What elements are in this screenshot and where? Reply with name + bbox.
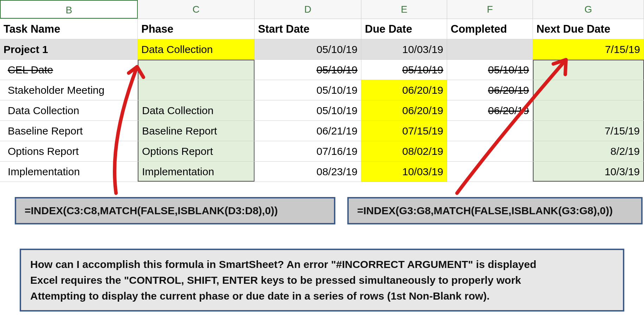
table-row: ImplementationImplementation08/23/1910/0… (0, 162, 644, 182)
cell-phase[interactable]: Options Report (138, 141, 255, 161)
project-next[interactable]: 7/15/19 (533, 39, 644, 59)
table-row: CEL Date05/10/1905/10/1905/10/19 (0, 60, 644, 80)
column-header-row: B C D E F G (0, 0, 644, 19)
cell-start[interactable]: 07/16/19 (255, 141, 361, 161)
project-completed[interactable] (447, 39, 533, 59)
col-header-e[interactable]: E (361, 0, 447, 19)
cell-next[interactable] (533, 60, 644, 80)
formula-right: =INDEX(G3:G8,MATCH(FALSE,ISBLANK(G3:G8),… (347, 197, 643, 224)
cell-completed[interactable] (447, 162, 533, 182)
question-line1: How can I accomplish this formula in Sma… (30, 256, 614, 272)
cell-start[interactable]: 08/23/19 (255, 162, 361, 182)
project-due[interactable]: 10/03/19 (361, 39, 447, 59)
col-header-f[interactable]: F (447, 0, 533, 19)
cell-start[interactable]: 05/10/19 (255, 60, 361, 80)
project-summary-row: Project 1 Data Collection 05/10/19 10/03… (0, 39, 644, 60)
question-line3: Attempting to display the current phase … (30, 288, 614, 304)
cell-start[interactable]: 05/10/19 (255, 100, 361, 120)
formula-left: =INDEX(C3:C8,MATCH(FALSE,ISBLANK(D3:D8),… (15, 197, 335, 224)
project-phase[interactable]: Data Collection (138, 39, 255, 59)
question-box: How can I accomplish this formula in Sma… (20, 249, 624, 312)
header-start[interactable]: Start Date (255, 19, 361, 39)
table-row: Stakeholder Meeting05/10/1906/20/1906/20… (0, 80, 644, 100)
cell-task[interactable]: Implementation (0, 162, 138, 182)
spreadsheet-grid: Task Name Phase Start Date Due Date Comp… (0, 19, 644, 182)
header-phase[interactable]: Phase (138, 19, 255, 39)
cell-completed[interactable]: 06/20/19 (447, 80, 533, 100)
cell-phase[interactable]: Implementation (138, 162, 255, 182)
header-next[interactable]: Next Due Date (533, 19, 644, 39)
cell-start[interactable]: 05/10/19 (255, 80, 361, 100)
cell-due[interactable]: 06/20/19 (361, 100, 447, 120)
cell-task[interactable]: Data Collection (0, 100, 138, 120)
cell-phase[interactable] (138, 60, 255, 80)
cell-phase[interactable]: Data Collection (138, 100, 255, 120)
cell-next[interactable]: 10/3/19 (533, 162, 644, 182)
cell-completed[interactable]: 05/10/19 (447, 60, 533, 80)
col-header-d[interactable]: D (255, 0, 361, 19)
cell-completed[interactable] (447, 121, 533, 141)
cell-completed[interactable] (447, 141, 533, 161)
cell-due[interactable]: 10/03/19 (361, 162, 447, 182)
cell-due[interactable]: 06/20/19 (361, 80, 447, 100)
cell-due[interactable]: 05/10/19 (361, 60, 447, 80)
cell-next[interactable] (533, 80, 644, 100)
col-header-b[interactable]: B (0, 0, 138, 19)
table-row: Options ReportOptions Report07/16/1908/0… (0, 141, 644, 162)
cell-next[interactable]: 8/2/19 (533, 141, 644, 161)
table-row: Data CollectionData Collection05/10/1906… (0, 100, 644, 121)
col-header-c[interactable]: C (138, 0, 255, 19)
cell-task[interactable]: Options Report (0, 141, 138, 161)
header-task[interactable]: Task Name (0, 19, 138, 39)
header-completed[interactable]: Completed (447, 19, 533, 39)
table-row: Baseline ReportBaseline Report06/21/1907… (0, 121, 644, 141)
cell-next[interactable] (533, 100, 644, 120)
header-row: Task Name Phase Start Date Due Date Comp… (0, 19, 644, 39)
cell-task[interactable]: Baseline Report (0, 121, 138, 141)
cell-phase[interactable] (138, 80, 255, 100)
question-line2: Excel requires the "CONTROL, SHIFT, ENTE… (30, 272, 614, 288)
cell-task[interactable]: CEL Date (0, 60, 138, 80)
project-start[interactable]: 05/10/19 (255, 39, 361, 59)
cell-start[interactable]: 06/21/19 (255, 121, 361, 141)
cell-phase[interactable]: Baseline Report (138, 121, 255, 141)
cell-due[interactable]: 08/02/19 (361, 141, 447, 161)
project-task[interactable]: Project 1 (0, 39, 138, 59)
cell-next[interactable]: 7/15/19 (533, 121, 644, 141)
cell-task[interactable]: Stakeholder Meeting (0, 80, 138, 100)
header-due[interactable]: Due Date (361, 19, 447, 39)
cell-due[interactable]: 07/15/19 (361, 121, 447, 141)
col-header-g[interactable]: G (533, 0, 644, 19)
cell-completed[interactable]: 06/20/19 (447, 100, 533, 120)
